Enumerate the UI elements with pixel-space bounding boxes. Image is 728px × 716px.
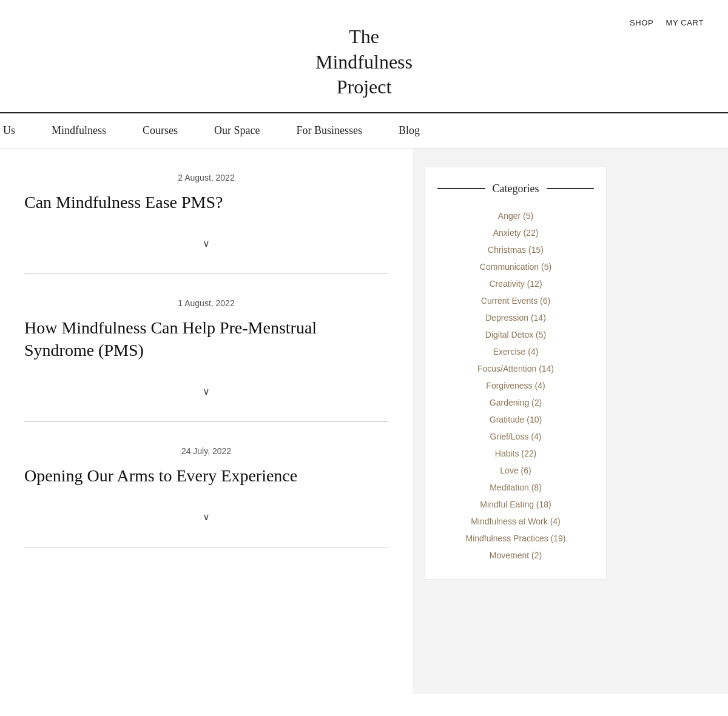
blog-post-0: 2 August, 2022Can Mindfulness Ease PMS?∨ [24, 149, 388, 274]
category-item-5: Current Events (6) [437, 292, 594, 309]
category-link-12[interactable]: Gratitude (10) [490, 415, 542, 424]
blog-post-date-2: 24 July, 2022 [24, 446, 388, 456]
category-link-18[interactable]: Mindfulness at Work (4) [471, 517, 561, 526]
sidebar: Categories Anger (5)Anxiety (22)Christma… [413, 149, 619, 694]
category-item-7: Digital Detox (5) [437, 326, 594, 343]
category-link-7[interactable]: Digital Detox (5) [485, 330, 546, 340]
category-item-10: Forgiveness (4) [437, 377, 594, 394]
category-link-13[interactable]: Grief/Loss (4) [490, 432, 542, 441]
blog-post-1: 1 August, 2022How Mindfulness Can Help P… [24, 274, 388, 422]
category-link-15[interactable]: Love (6) [500, 466, 531, 475]
categories-header: Categories [437, 182, 594, 195]
main-nav: UsMindfulnessCoursesOur SpaceFor Busines… [0, 113, 728, 149]
category-item-18: Mindfulness at Work (4) [437, 513, 594, 530]
categories-title: Categories [493, 182, 539, 195]
category-link-17[interactable]: Mindful Eating (18) [480, 500, 551, 509]
blog-post-title-1[interactable]: How Mindfulness Can Help Pre-Menstrual S… [24, 317, 388, 361]
category-link-2[interactable]: Christmas (15) [488, 245, 544, 255]
category-link-14[interactable]: Habits (22) [495, 449, 536, 458]
page-content: 2 August, 2022Can Mindfulness Ease PMS?∨… [0, 149, 728, 694]
blog-post-2: 24 July, 2022Opening Our Arms to Every E… [24, 422, 388, 547]
category-item-11: Gardening (2) [437, 394, 594, 411]
category-link-6[interactable]: Depression (14) [485, 313, 546, 323]
header-line-right [547, 188, 595, 189]
nav-item-us[interactable]: Us [3, 124, 15, 137]
blog-post-expand-2[interactable]: ∨ [24, 505, 388, 535]
category-link-20[interactable]: Movement (2) [490, 550, 542, 560]
nav-item-blog[interactable]: Blog [399, 124, 420, 137]
header-line-left [437, 188, 485, 189]
category-item-17: Mindful Eating (18) [437, 496, 594, 513]
category-link-10[interactable]: Forgiveness (4) [486, 381, 545, 390]
blog-post-date-0: 2 August, 2022 [24, 173, 388, 182]
shop-link[interactable]: SHOP [630, 18, 653, 27]
category-link-3[interactable]: Communication (5) [480, 262, 551, 272]
category-item-14: Habits (22) [437, 445, 594, 462]
category-item-6: Depression (14) [437, 309, 594, 326]
category-item-20: Movement (2) [437, 547, 594, 564]
category-item-16: Meditation (8) [437, 479, 594, 496]
category-link-0[interactable]: Anger (5) [498, 211, 533, 221]
nav-item-for-businesses[interactable]: For Businesses [297, 124, 363, 137]
category-item-3: Communication (5) [437, 258, 594, 275]
category-item-13: Grief/Loss (4) [437, 428, 594, 445]
nav-item-courses[interactable]: Courses [143, 124, 178, 137]
nav-item-mindfulness[interactable]: Mindfulness [52, 124, 106, 137]
category-item-0: Anger (5) [437, 207, 594, 224]
top-nav: SHOP MY CART [630, 18, 704, 27]
category-list: Anger (5)Anxiety (22)Christmas (15)Commu… [437, 207, 594, 564]
blog-post-title-0[interactable]: Can Mindfulness Ease PMS? [24, 192, 388, 213]
blog-post-date-1: 1 August, 2022 [24, 298, 388, 308]
category-item-15: Love (6) [437, 462, 594, 479]
category-link-9[interactable]: Focus/Attention (14) [477, 364, 554, 373]
category-item-2: Christmas (15) [437, 241, 594, 258]
category-item-1: Anxiety (22) [437, 224, 594, 241]
category-item-4: Creativity (12) [437, 275, 594, 292]
categories-widget: Categories Anger (5)Anxiety (22)Christma… [425, 167, 607, 580]
category-link-8[interactable]: Exercise (4) [493, 347, 539, 356]
category-link-11[interactable]: Gardening (2) [490, 398, 542, 407]
site-header: SHOP MY CART The Mindfulness Project [0, 0, 728, 113]
blog-area: 2 August, 2022Can Mindfulness Ease PMS?∨… [0, 149, 413, 694]
site-title: The Mindfulness Project [12, 24, 716, 100]
category-item-8: Exercise (4) [437, 343, 594, 360]
category-link-4[interactable]: Creativity (12) [489, 279, 542, 289]
category-link-1[interactable]: Anxiety (22) [493, 228, 539, 238]
category-item-19: Mindfulness Practices (19) [437, 530, 594, 547]
category-link-16[interactable]: Meditation (8) [490, 483, 542, 492]
nav-item-our-space[interactable]: Our Space [214, 124, 260, 137]
blog-post-expand-0[interactable]: ∨ [24, 232, 388, 261]
blog-post-expand-1[interactable]: ∨ [24, 380, 388, 409]
blog-post-title-2[interactable]: Opening Our Arms to Every Experience [24, 465, 388, 487]
category-link-5[interactable]: Current Events (6) [481, 296, 550, 306]
category-link-19[interactable]: Mindfulness Practices (19) [466, 534, 566, 543]
category-item-9: Focus/Attention (14) [437, 360, 594, 377]
cart-link[interactable]: MY CART [666, 18, 704, 27]
category-item-12: Gratitude (10) [437, 411, 594, 428]
